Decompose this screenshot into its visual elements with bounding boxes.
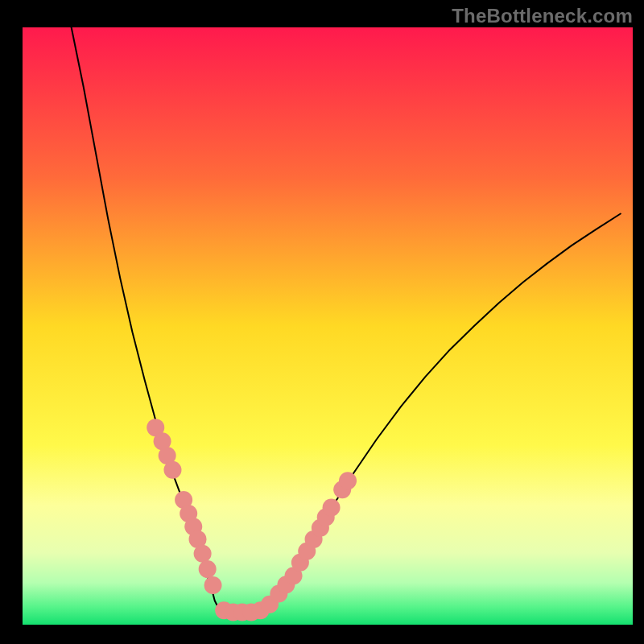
highlight-dot <box>163 461 181 479</box>
bottleneck-chart <box>0 0 644 644</box>
chart-container: TheBottleneck.com <box>0 0 644 644</box>
highlight-dot <box>204 576 222 594</box>
highlight-dot <box>199 560 217 578</box>
highlight-dot <box>194 545 212 563</box>
highlight-dot <box>323 499 341 517</box>
highlight-dot <box>339 472 357 489</box>
watermark-text: TheBottleneck.com <box>452 5 633 27</box>
plot-background <box>23 27 633 625</box>
